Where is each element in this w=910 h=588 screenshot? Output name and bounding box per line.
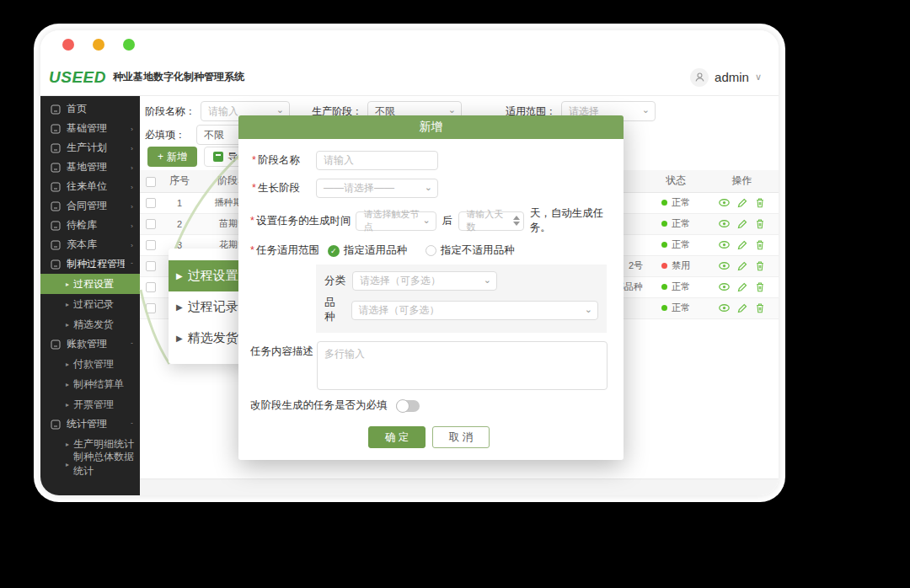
sidebar-item-contract-mgmt[interactable]: 合同管理 › xyxy=(40,196,140,216)
delete-icon[interactable] xyxy=(755,260,765,271)
logo-group: USEED 种业基地数字化制种管理系统 xyxy=(49,68,244,87)
username: admin xyxy=(715,70,749,84)
confirm-button[interactable]: 确 定 xyxy=(368,426,426,448)
days-input[interactable]: 请输入天数 xyxy=(458,211,524,231)
sidebar-subitem-select-shipment[interactable]: ▸ 精选发货 xyxy=(40,314,140,334)
delete-icon[interactable] xyxy=(755,218,765,229)
status-dot xyxy=(661,284,667,290)
sidebar-item-accounts-mgmt[interactable]: 账款管理 ˆ xyxy=(40,334,140,354)
sub-arrow-icon: ▸ xyxy=(66,401,69,409)
toggle-knob xyxy=(396,399,410,413)
view-icon[interactable] xyxy=(719,218,730,229)
sidebar-item-parent-warehouse[interactable]: 亲本库 › xyxy=(40,235,140,254)
sidebar-item-production-plan[interactable]: 生产计划 › xyxy=(40,138,140,158)
growth-stage-select[interactable]: ——请选择—— ⌄ xyxy=(316,179,438,198)
sidebar-item-home[interactable]: 首页 xyxy=(40,99,140,119)
sidebar-subitem-overall-data-stats[interactable]: ▸ 制种总体数据统计 xyxy=(40,454,140,474)
sidebar-item-base-mgmt[interactable]: 基地管理 › xyxy=(40,158,140,177)
chevron-right-icon: › xyxy=(131,163,133,171)
delete-icon[interactable] xyxy=(755,302,765,313)
cancel-button[interactable]: 取 消 xyxy=(432,426,490,448)
menu-icon xyxy=(51,201,61,211)
radio-not-apply-varieties[interactable]: 指定不适用品种 xyxy=(426,243,515,258)
status-dot xyxy=(661,200,667,206)
row-checkbox[interactable] xyxy=(146,261,156,271)
sidebar-item-statistics-mgmt[interactable]: 统计管理 ˆ xyxy=(40,414,140,434)
select-all-checkbox-cell xyxy=(140,170,162,192)
required-toggle[interactable] xyxy=(396,400,420,412)
view-icon[interactable] xyxy=(719,302,730,313)
radio-apply-varieties[interactable]: ✓ 指定适用品种 xyxy=(328,243,407,258)
task-desc-label: 任务内容描述 xyxy=(250,345,313,359)
chevron-up-icon: ˆ xyxy=(131,420,133,428)
status-badge: 正常 xyxy=(647,281,704,293)
chevron-right-icon: › xyxy=(131,144,133,152)
sub-arrow-icon: ▸ xyxy=(66,361,69,368)
sidebar-subitem-invoice-mgmt[interactable]: ▸ 开票管理 xyxy=(40,394,140,414)
view-icon[interactable] xyxy=(719,239,730,250)
col-no: 序号 xyxy=(162,170,197,192)
row-checkbox[interactable] xyxy=(146,240,156,250)
sidebar-subitem-process-records[interactable]: ▸ 过程记录 xyxy=(40,294,140,314)
sidebar-item-contacts[interactable]: 往来单位 › xyxy=(40,177,140,196)
select-all-checkbox[interactable] xyxy=(146,177,156,187)
status-dot xyxy=(661,242,667,248)
window-close-button[interactable] xyxy=(62,39,74,51)
row-checkbox[interactable] xyxy=(146,303,156,313)
stage-name-input[interactable]: 请输入 xyxy=(316,151,438,170)
chevron-right-icon: › xyxy=(131,125,133,132)
add-button[interactable]: + 新增 xyxy=(147,147,197,167)
sidebar-subitem-process-settings[interactable]: ▸ 过程设置 xyxy=(40,274,140,294)
number-stepper-icon[interactable] xyxy=(513,216,520,226)
edit-icon[interactable] xyxy=(737,219,747,229)
menu-icon xyxy=(51,104,61,115)
modal-title: 新增 xyxy=(238,115,624,139)
radio-checked-icon: ✓ xyxy=(328,245,340,257)
edit-icon[interactable] xyxy=(737,282,747,292)
window-minimize-button[interactable] xyxy=(93,39,104,51)
sidebar-item-pending-warehouse[interactable]: 待检库 › xyxy=(40,216,140,235)
sidebar-item-basic-mgmt[interactable]: 基础管理 › xyxy=(40,119,140,138)
gen-time-tail-text: 天，自动生成任务。 xyxy=(530,206,624,235)
sidebar-subitem-payment-mgmt[interactable]: ▸ 付款管理 xyxy=(40,354,140,374)
caret-down-icon: ⌄ xyxy=(585,304,592,315)
sub-arrow-icon: ▸ xyxy=(66,381,69,388)
variety-select[interactable]: 请选择（可多选） ⌄ xyxy=(351,301,598,320)
sidebar-item-process-mgmt[interactable]: 制种过程管理 ˆ xyxy=(40,254,140,274)
menu-icon xyxy=(51,163,61,173)
edit-icon[interactable] xyxy=(737,198,747,208)
trigger-node-select[interactable]: 请选择触发节点 ⌄ xyxy=(356,211,436,231)
task-desc-textarea[interactable]: 多行输入 xyxy=(317,341,608,390)
row-checkbox[interactable] xyxy=(146,282,156,292)
caret-down-icon: ⌄ xyxy=(422,215,430,226)
delete-icon[interactable] xyxy=(755,239,765,250)
row-checkbox[interactable] xyxy=(146,219,156,229)
required-asterisk: * xyxy=(252,154,256,166)
status-badge: 禁用 xyxy=(647,259,704,272)
sidebar-subitem-settlement[interactable]: ▸ 制种结算单 xyxy=(40,374,140,394)
view-icon[interactable] xyxy=(719,197,730,208)
row-checkbox[interactable] xyxy=(146,198,156,208)
stage-name-filter-label: 阶段名称： xyxy=(145,104,195,119)
edit-icon[interactable] xyxy=(737,261,747,271)
after-text: 后 xyxy=(442,214,453,228)
chevron-down-icon: ∨ xyxy=(755,72,762,83)
view-icon[interactable] xyxy=(719,281,730,292)
view-icon[interactable] xyxy=(719,260,730,271)
caret-down-icon: ⌄ xyxy=(276,104,284,115)
app-title: 种业基地数字化制种管理系统 xyxy=(113,70,244,84)
col-status: 状态 xyxy=(646,170,705,192)
edit-icon[interactable] xyxy=(737,240,747,250)
chevron-right-icon: › xyxy=(131,241,133,249)
menu-icon xyxy=(51,143,61,153)
triangle-right-icon: ▶ xyxy=(176,334,183,343)
delete-icon[interactable] xyxy=(755,281,765,292)
variety-selection-panel: 分类 请选择（可多选） ⌄ 品种 请选择（可多选） ⌄ xyxy=(316,265,607,333)
category-label: 分类 xyxy=(324,274,345,288)
stage-name-label: *阶段名称 xyxy=(252,153,316,168)
edit-icon[interactable] xyxy=(737,303,747,313)
delete-icon[interactable] xyxy=(755,197,765,208)
window-maximize-button[interactable] xyxy=(123,39,135,51)
category-select[interactable]: 请选择（可多选） ⌄ xyxy=(352,271,497,291)
user-menu[interactable]: admin ∨ xyxy=(690,68,762,87)
